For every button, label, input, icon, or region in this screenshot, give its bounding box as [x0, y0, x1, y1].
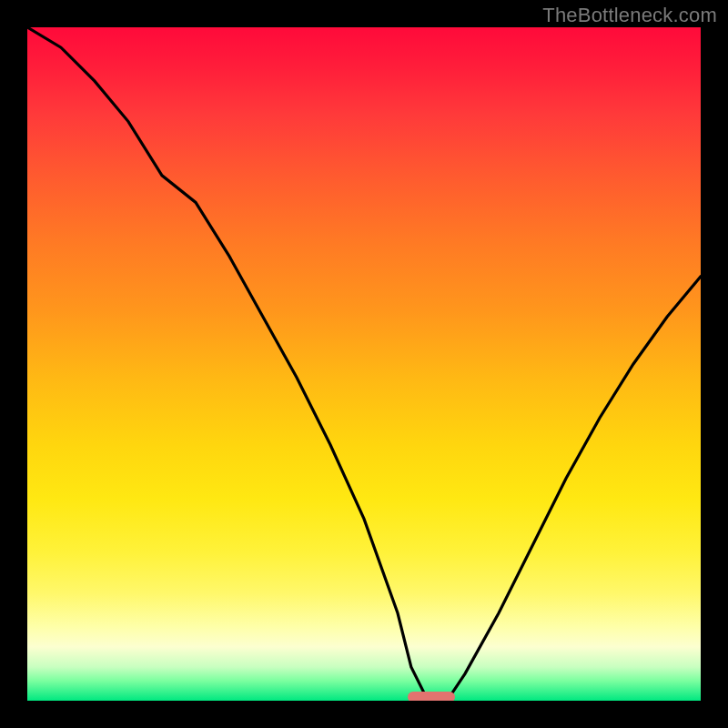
plot-area	[27, 27, 701, 701]
optimal-range-marker	[408, 692, 455, 701]
bottleneck-curve	[27, 27, 701, 701]
curve-svg	[27, 27, 701, 701]
chart-frame: TheBottleneck.com	[0, 0, 728, 728]
watermark-label: TheBottleneck.com	[542, 4, 717, 27]
